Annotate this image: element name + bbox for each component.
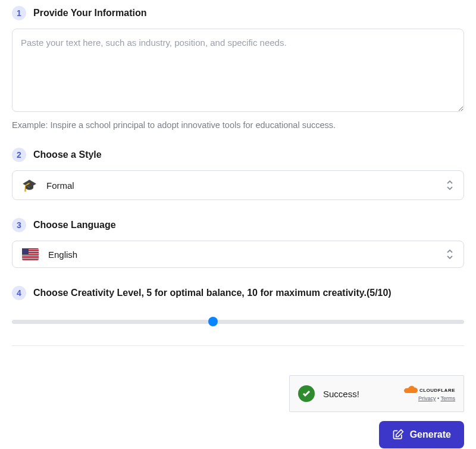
section-header: 2 Choose a Style (12, 148, 464, 162)
section-language: 3 Choose Language English (12, 218, 464, 268)
captcha-widget: Success! CLOUDFLARE Privacy • Terms (289, 375, 464, 412)
captcha-links: Privacy • Terms (402, 395, 455, 401)
section-creativity: 4 Choose Creativity Level, 5 for optimal… (12, 286, 464, 328)
checkmark-icon (298, 385, 315, 402)
section-divider (12, 345, 464, 346)
section-style: 2 Choose a Style 🎓 Formal (12, 148, 464, 200)
captcha-status-text: Success! (323, 389, 359, 399)
captcha-branding: CLOUDFLARE Privacy • Terms (402, 386, 455, 401)
section-header: 4 Choose Creativity Level, 5 for optimal… (12, 286, 464, 300)
edit-icon (392, 429, 404, 441)
example-helper-text: Example: Inspire a school principal to a… (12, 120, 464, 130)
section-title-2: Choose a Style (33, 149, 102, 160)
step-number-1: 1 (12, 6, 26, 20)
information-textarea[interactable] (12, 29, 464, 112)
slider-thumb[interactable] (208, 317, 218, 326)
language-select[interactable]: English (12, 241, 464, 268)
section-header: 3 Choose Language (12, 218, 464, 232)
select-content: 🎓 Formal (22, 178, 74, 192)
graduation-cap-icon: 🎓 (22, 178, 37, 192)
cloudflare-brand-text: CLOUDFLARE (419, 388, 455, 393)
slider-track (12, 320, 464, 324)
section-title-3: Choose Language (33, 220, 116, 230)
creativity-slider[interactable] (12, 316, 464, 328)
step-number-2: 2 (12, 148, 26, 162)
select-content: English (22, 248, 77, 260)
us-flag-icon (22, 248, 39, 260)
terms-link[interactable]: Terms (441, 395, 456, 401)
cloudflare-logo: CLOUDFLARE (402, 386, 455, 394)
generate-button-label: Generate (410, 429, 451, 440)
style-select[interactable]: 🎓 Formal (12, 170, 464, 200)
section-title-4: Choose Creativity Level, 5 for optimal b… (33, 288, 392, 298)
step-number-4: 4 (12, 286, 26, 300)
privacy-link[interactable]: Privacy (418, 395, 436, 401)
section-header: 1 Provide Your Information (12, 6, 464, 20)
section-information: 1 Provide Your Information Example: Insp… (12, 6, 464, 130)
chevrons-up-down-icon (446, 180, 454, 191)
language-selected-label: English (48, 250, 77, 260)
cloud-icon (402, 386, 418, 394)
style-selected-label: Formal (46, 180, 74, 191)
section-title-1: Provide Your Information (33, 8, 147, 18)
step-number-3: 3 (12, 218, 26, 232)
chevrons-up-down-icon (446, 249, 454, 260)
generate-button[interactable]: Generate (379, 421, 464, 448)
captcha-status: Success! (298, 385, 359, 402)
